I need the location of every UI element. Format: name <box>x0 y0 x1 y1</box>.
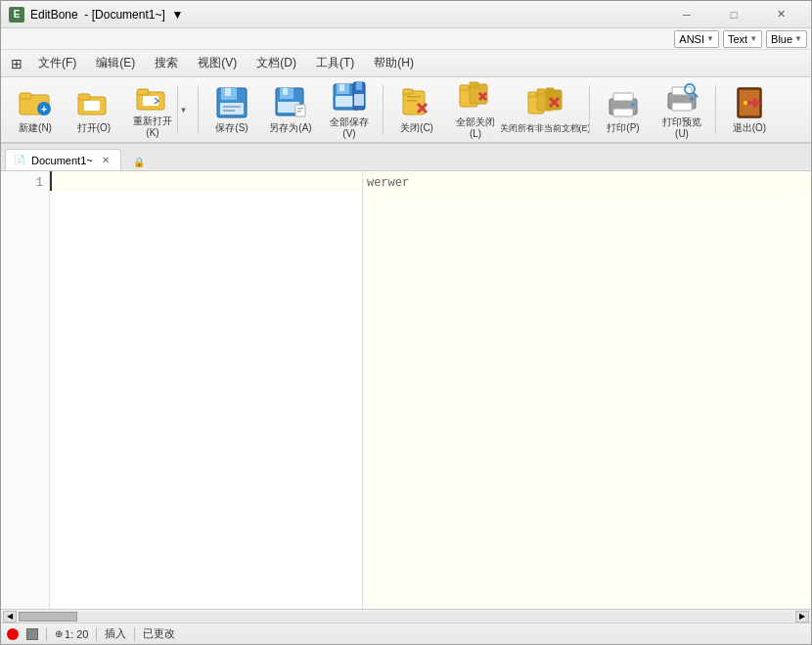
tab-close-button[interactable]: ✕ <box>99 154 113 167</box>
save-button[interactable]: 保存(S) <box>203 81 260 138</box>
print-button[interactable]: 打印(P) <box>595 81 652 138</box>
status-separator-3 <box>134 627 135 641</box>
separator-2 <box>383 85 383 134</box>
app-icon: E <box>9 7 24 23</box>
tools-menu[interactable]: 工具(T) <box>306 52 364 74</box>
new-button[interactable]: + 新建(N) <box>7 81 64 138</box>
closeall-icon <box>458 79 493 115</box>
left-editor-panel[interactable] <box>50 171 363 609</box>
svg-rect-21 <box>297 108 303 110</box>
scroll-left-button[interactable]: ◀ <box>3 611 17 622</box>
tab-bar: 📄 Document1~ ✕ 🔒 <box>1 144 811 171</box>
app-name: EditBone <box>30 8 78 22</box>
menu-bar: ⊞ 文件(F) 编辑(E) 搜索 视图(V) 文档(D) 工具(T) 帮助(H) <box>1 50 811 77</box>
svg-rect-51 <box>613 93 633 101</box>
reopen-button[interactable]: 重新打开(K) ▼ <box>124 81 193 138</box>
svg-rect-32 <box>407 96 421 98</box>
editor-line-1-right[interactable]: werwer <box>363 173 811 193</box>
editor-area: 1 werwer ◀ ▶ <box>1 171 811 622</box>
print-icon <box>606 85 641 120</box>
printpreview-button[interactable]: 打印预览(U) <box>654 81 710 138</box>
theme-arrow-icon: ▼ <box>794 34 802 43</box>
file-menu[interactable]: 文件(F) <box>28 52 86 74</box>
svg-rect-1 <box>20 93 31 99</box>
view-menu[interactable]: 视图(V) <box>188 52 247 74</box>
close-button[interactable]: 关闭(C) <box>388 81 445 138</box>
svg-rect-39 <box>470 82 478 87</box>
open-file-icon <box>76 85 112 120</box>
saveall-icon <box>332 79 367 115</box>
svg-point-57 <box>690 97 694 101</box>
svg-rect-12 <box>225 88 231 96</box>
scroll-thumb[interactable] <box>19 612 77 622</box>
tab-lock-icon: 🔒 <box>127 154 151 170</box>
view-icon-menu[interactable]: ⊞ <box>5 53 28 74</box>
open-button[interactable]: 打开(O) <box>66 81 122 138</box>
closeall-button[interactable]: 全部关闭(L) <box>447 81 504 138</box>
macro-indicator <box>26 628 38 640</box>
title-dropdown-arrow[interactable]: ▼ <box>171 8 183 22</box>
insert-mode-text: 插入 <box>105 626 126 641</box>
document1-tab[interactable]: 📄 Document1~ ✕ <box>5 149 121 170</box>
position-text: 1: 20 <box>65 628 88 640</box>
document-menu[interactable]: 文档(D) <box>247 52 306 74</box>
svg-rect-5 <box>78 94 90 100</box>
mode-arrow-icon: ▼ <box>749 34 757 43</box>
search-menu[interactable]: 搜索 <box>145 52 188 74</box>
horizontal-scrollbar[interactable]: ◀ ▶ <box>1 609 811 622</box>
edit-menu[interactable]: 编辑(E) <box>86 52 145 74</box>
scroll-track[interactable] <box>19 612 793 622</box>
saveall-button[interactable]: 全部保存(V) <box>321 81 378 138</box>
position-icon: ⊕ <box>55 628 63 639</box>
line-numbers: 1 <box>1 171 50 609</box>
svg-point-53 <box>631 103 635 107</box>
main-toolbar: + 新建(N) 打开(O) <box>1 77 811 144</box>
saveas-button[interactable]: 另存为(A) <box>262 81 319 138</box>
svg-rect-47 <box>546 88 554 93</box>
closeother-icon <box>527 86 563 121</box>
svg-text:+: + <box>41 103 47 115</box>
svg-rect-18 <box>283 88 288 95</box>
closeother-button[interactable]: 关闭所有非当前文档(E) <box>506 81 584 138</box>
encoding-toolbar: ANSI ▼ Text ▼ Blue ▼ <box>1 28 811 50</box>
svg-rect-6 <box>84 101 100 111</box>
mode-dropdown[interactable]: Text ▼ <box>723 30 762 48</box>
separator-4 <box>715 85 716 134</box>
svg-rect-33 <box>407 100 417 102</box>
svg-rect-28 <box>356 82 362 90</box>
help-menu[interactable]: 帮助(H) <box>364 52 424 74</box>
svg-rect-29 <box>354 94 364 106</box>
close-file-icon <box>399 85 434 120</box>
scroll-right-button[interactable]: ▶ <box>795 611 809 622</box>
title-left: E EditBone - [Document1~] ▼ <box>9 7 183 23</box>
exit-button[interactable]: 退出(O) <box>721 81 778 138</box>
line-number-1: 1 <box>1 173 43 193</box>
svg-rect-52 <box>613 109 633 116</box>
svg-point-62 <box>744 101 747 105</box>
status-bar: ⊕ 1: 20 插入 已更改 <box>1 622 811 644</box>
separator-1 <box>198 85 199 134</box>
theme-dropdown[interactable]: Blue ▼ <box>766 30 807 48</box>
encoding-arrow-icon: ▼ <box>706 34 714 43</box>
recording-indicator <box>7 628 19 640</box>
status-separator-2 <box>96 627 97 641</box>
save-icon <box>214 85 249 120</box>
svg-rect-43 <box>528 92 536 97</box>
reopen-dropdown-arrow[interactable]: ▼ <box>177 85 189 134</box>
maximize-button[interactable]: □ <box>711 5 756 24</box>
close-window-button[interactable]: ✕ <box>758 5 803 24</box>
svg-rect-13 <box>220 103 244 115</box>
encoding-dropdown[interactable]: ANSI ▼ <box>674 30 719 48</box>
title-bar: E EditBone - [Document1~] ▼ ─ □ ✕ <box>1 1 811 28</box>
editor-content: 1 werwer <box>1 171 811 609</box>
right-editor-panel[interactable]: werwer <box>363 171 811 609</box>
editor-line-1-left[interactable] <box>50 171 362 191</box>
printpreview-icon <box>664 79 699 115</box>
tab-label: Document1~ <box>31 155 93 166</box>
svg-rect-15 <box>223 110 235 112</box>
title-document: Document1~ <box>95 8 161 22</box>
svg-rect-9 <box>143 96 158 106</box>
tab-doc-icon: 📄 <box>14 155 25 165</box>
minimize-button[interactable]: ─ <box>664 5 709 24</box>
svg-rect-14 <box>223 106 241 108</box>
